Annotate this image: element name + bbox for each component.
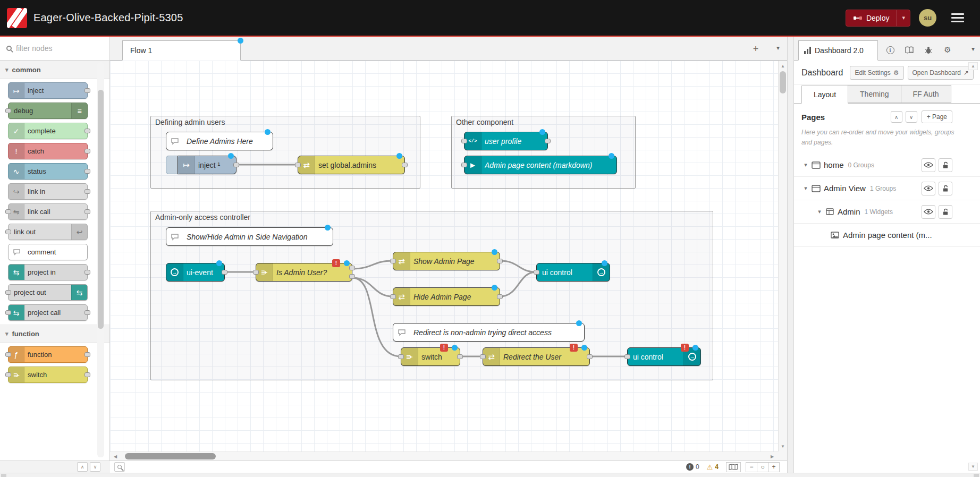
output-port-2[interactable]	[349, 274, 355, 279]
output-port[interactable]	[497, 259, 503, 263]
sidebar-scroll-up[interactable]: ▲	[968, 62, 978, 70]
palette-node-project-out[interactable]: ⇆ project out	[8, 284, 88, 301]
lock-button[interactable]	[939, 182, 952, 195]
palette-node-link-in[interactable]: ↪ link in	[8, 183, 88, 200]
input-port[interactable]	[624, 354, 630, 359]
palette-node-catch[interactable]: ! catch	[8, 143, 88, 159]
tab-config[interactable]: ⚙	[940, 43, 956, 57]
node-comment-redirect-non-admin[interactable]: Redirect is non-admin trying direct acce…	[393, 323, 585, 342]
output-port[interactable]	[587, 354, 593, 359]
zoom-reset-button[interactable]: ○	[757, 462, 768, 472]
sidebar-menu-caret[interactable]: ▾	[971, 45, 975, 53]
add-page-button[interactable]: + Page	[922, 110, 952, 123]
node-ui-control-bottom[interactable]: → ui control !	[627, 347, 701, 366]
node-switch-is-admin-user[interactable]: ⋔ Is Admin User? !	[256, 263, 352, 282]
visibility-button[interactable]	[922, 158, 935, 172]
expand-categories-button[interactable]: ∨	[90, 462, 100, 472]
deploy-options-caret[interactable]: ▾	[897, 10, 910, 26]
tab-help[interactable]	[901, 43, 917, 57]
node-markdown-admin-page-content[interactable]: ► Admin page content (markdown)	[464, 156, 617, 174]
flow-canvas[interactable]: Defining admin users Other component Adm…	[110, 61, 787, 461]
window-horizontal-scrollbar[interactable]	[0, 473, 980, 477]
palette-node-inject[interactable]: ↦ inject	[8, 82, 88, 99]
zoom-out-button[interactable]: −	[746, 462, 757, 472]
scroll-left-nub[interactable]	[1, 474, 6, 477]
main-menu-button[interactable]	[951, 13, 964, 22]
search-flows-button[interactable]	[114, 462, 125, 472]
horizontal-scroll-thumb[interactable]	[125, 453, 216, 459]
chevron-down-icon[interactable]: ▾	[815, 208, 824, 215]
tree-row-home[interactable]: ▾ home 0 Groups	[794, 154, 980, 177]
scroll-left-icon[interactable]: ◀	[111, 452, 120, 461]
move-down-button[interactable]: ∨	[906, 111, 917, 123]
scroll-up-icon[interactable]: ▲	[779, 62, 787, 70]
edit-settings-button[interactable]: Edit Settings ⚙	[850, 66, 903, 80]
add-flow-button[interactable]: +	[750, 43, 762, 55]
node-change-redirect-the-user[interactable]: ⇄ Redirect the User !	[483, 347, 590, 366]
node-comment-show-hide-admin[interactable]: Show/Hide Admin in Side Navigation	[166, 227, 333, 246]
node-change-set-global-admins[interactable]: ⇄ set global.admins	[298, 156, 405, 174]
output-port[interactable]	[402, 163, 408, 167]
palette-node-debug[interactable]: ≡ debug	[8, 103, 88, 119]
tree-row-admin-page-content[interactable]: Admin page content (m...	[794, 224, 980, 247]
input-port[interactable]	[253, 270, 259, 275]
zoom-in-button[interactable]: +	[768, 462, 780, 472]
palette-node-comment[interactable]: comment	[8, 244, 88, 260]
output-port[interactable]	[545, 139, 551, 143]
input-port[interactable]	[390, 294, 396, 299]
move-up-button[interactable]: ∧	[891, 111, 902, 123]
input-port[interactable]	[480, 354, 486, 359]
input-port[interactable]	[461, 139, 467, 143]
sidebar-resize-handle[interactable]	[787, 37, 794, 473]
input-port[interactable]	[398, 354, 404, 359]
output-port[interactable]	[497, 294, 503, 299]
palette-node-switch[interactable]: ⋔ switch	[8, 367, 88, 383]
error-count[interactable]: ! 0	[686, 463, 699, 471]
navigator-toggle-button[interactable]	[726, 462, 741, 472]
warning-count[interactable]: ⚠ 4	[707, 463, 719, 471]
palette-node-complete[interactable]: ✓ complete	[8, 123, 88, 139]
user-avatar[interactable]: su	[919, 9, 936, 27]
node-comment-define-admins[interactable]: Define Admins Here	[166, 132, 273, 150]
input-port[interactable]	[534, 270, 539, 275]
palette-node-status[interactable]: ∿ status	[8, 163, 88, 180]
scroll-right-icon[interactable]: ▶	[768, 452, 776, 461]
output-port-1[interactable]	[349, 266, 355, 270]
palette-category-common[interactable]: ▾ common	[0, 61, 109, 79]
tab-theming[interactable]: Theming	[848, 85, 901, 103]
palette-filter-input[interactable]	[16, 44, 90, 53]
palette-node-project-call[interactable]: ⇆ project call	[8, 304, 88, 321]
tree-row-admin-view[interactable]: ▾ Admin View 1 Groups	[794, 177, 980, 200]
input-port[interactable]	[295, 163, 301, 167]
output-port[interactable]	[222, 270, 227, 275]
visibility-button[interactable]	[922, 205, 935, 219]
lock-button[interactable]	[939, 205, 952, 219]
node-inject[interactable]: ↦ inject ¹	[178, 156, 236, 174]
input-port[interactable]	[390, 259, 396, 263]
inject-trigger-button[interactable]	[166, 156, 178, 174]
node-ui-control-top[interactable]: → ui control	[536, 263, 610, 282]
palette-category-function[interactable]: ▾ function	[0, 325, 109, 343]
visibility-button[interactable]	[922, 182, 935, 195]
palette-node-project-in[interactable]: ⇆ project in	[8, 264, 88, 280]
vertical-scroll-thumb[interactable]	[780, 71, 786, 93]
flow-list-caret[interactable]: ▾	[776, 44, 780, 52]
sidebar-scroll-down[interactable]: ▼	[968, 463, 978, 471]
tab-debug[interactable]	[920, 43, 936, 57]
scroll-down-icon[interactable]: ▼	[779, 442, 787, 450]
scroll-right-nub[interactable]	[974, 474, 979, 477]
chevron-down-icon[interactable]: ▾	[801, 161, 810, 168]
output-port[interactable]	[457, 354, 463, 359]
node-change-show-admin-page[interactable]: ⇄ Show Admin Page	[393, 252, 500, 270]
node-ui-event[interactable]: → ui-event	[166, 263, 225, 282]
tab-info[interactable]: i	[882, 43, 898, 57]
tree-row-admin-group[interactable]: ▾ Admin 1 Widgets	[794, 200, 980, 224]
output-port[interactable]	[233, 163, 239, 167]
tab-flow-1[interactable]: Flow 1	[122, 40, 241, 61]
node-change-hide-admin-page[interactable]: ⇄ Hide Admin Page	[393, 287, 500, 306]
node-template-user-profile[interactable]: </> user profile	[464, 132, 548, 150]
palette-node-function[interactable]: ƒ function	[8, 346, 88, 363]
lock-button[interactable]	[939, 158, 952, 172]
open-dashboard-button[interactable]: Open Dashboard ↗	[908, 66, 974, 80]
input-port[interactable]	[461, 163, 467, 167]
